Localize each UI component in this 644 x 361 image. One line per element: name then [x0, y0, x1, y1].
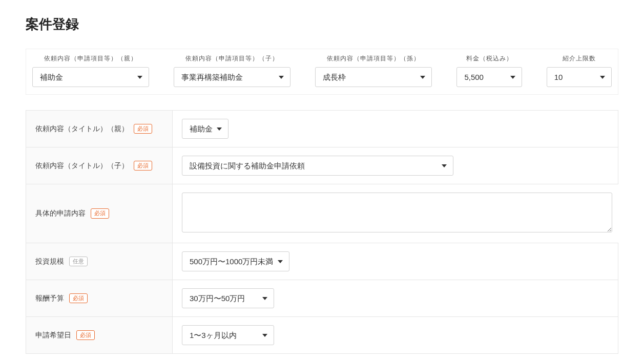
select-desired-date[interactable]: 1〜3ヶ月以内 — [182, 325, 274, 345]
label-title-parent: 依頼内容（タイトル）（親） — [35, 124, 129, 134]
filter-grandchild-col: 依頼内容（申請項目等）（孫） 成長枠 — [309, 49, 438, 94]
filter-child-col: 依頼内容（申請項目等）（子） 事業再構築補助金 — [168, 49, 297, 94]
filter-fee-col: 料金（税込み） 5,500 — [450, 49, 528, 94]
filter-row: 依頼内容（申請項目等）（親） 補助金 依頼内容（申請項目等）（子） 事業再構築補… — [26, 49, 618, 95]
select-investment[interactable]: 500万円〜1000万円未満 — [182, 251, 289, 271]
filter-grandchild-label: 依頼内容（申請項目等）（孫） — [309, 49, 438, 67]
filter-grandchild-select[interactable]: 成長枠 — [315, 67, 432, 87]
badge-required: 必須 — [134, 161, 152, 171]
badge-required: 必須 — [134, 124, 152, 134]
page-title: 案件登録 — [26, 15, 618, 33]
form-table: 依頼内容（タイトル）（親） 必須 補助金 依頼内容（タイトル）（子） 必須 設備… — [26, 110, 618, 354]
filter-parent-select[interactable]: 補助金 — [32, 67, 149, 87]
filter-limit-select[interactable]: 10 — [547, 67, 612, 87]
label-investment: 投資規模 — [35, 257, 64, 266]
filter-limit-label: 紹介上限数 — [541, 49, 618, 67]
filter-limit-col: 紹介上限数 10 — [541, 49, 618, 94]
select-title-parent[interactable]: 補助金 — [182, 119, 228, 139]
label-details: 具体的申請内容 — [35, 209, 86, 218]
select-budget[interactable]: 30万円〜50万円 — [182, 288, 274, 308]
row-title-child: 依頼内容（タイトル）（子） 必須 設備投資に関する補助金申請依頼 — [26, 147, 618, 184]
badge-required: 必須 — [76, 330, 95, 340]
filter-parent-col: 依頼内容（申請項目等）（親） 補助金 — [26, 49, 155, 94]
badge-optional: 任意 — [69, 257, 88, 266]
row-details: 具体的申請内容 必須 — [26, 184, 618, 243]
select-title-child[interactable]: 設備投資に関する補助金申請依頼 — [182, 156, 453, 176]
row-investment: 投資規模 任意 500万円〜1000万円未満 — [26, 243, 618, 280]
row-budget: 報酬予算 必須 30万円〜50万円 — [26, 280, 618, 317]
badge-required: 必須 — [69, 293, 88, 303]
row-desired-date: 申請希望日 必須 1〜3ヶ月以内 — [26, 317, 618, 353]
badge-required: 必須 — [91, 208, 109, 218]
row-title-parent: 依頼内容（タイトル）（親） 必須 補助金 — [26, 111, 618, 147]
filter-child-select[interactable]: 事業再構築補助金 — [174, 67, 290, 87]
filter-child-label: 依頼内容（申請項目等）（子） — [168, 49, 297, 67]
label-desired-date: 申請希望日 — [35, 331, 71, 340]
filter-fee-select[interactable]: 5,500 — [456, 67, 522, 87]
filter-fee-label: 料金（税込み） — [450, 49, 528, 67]
label-budget: 報酬予算 — [35, 294, 64, 303]
filter-parent-label: 依頼内容（申請項目等）（親） — [26, 49, 155, 67]
label-title-child: 依頼内容（タイトル）（子） — [35, 161, 129, 171]
textarea-details[interactable] — [182, 193, 612, 232]
